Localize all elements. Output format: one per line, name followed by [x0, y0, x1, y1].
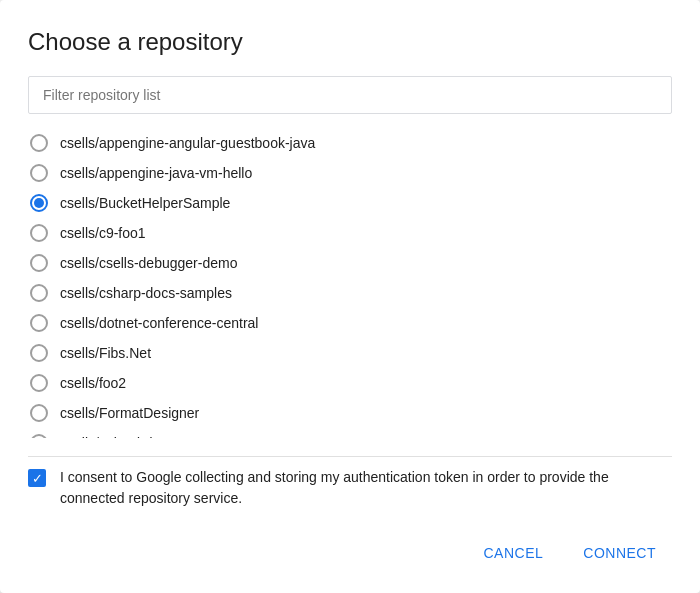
repository-list: csells/appengine-angular-guestbook-javac…	[28, 128, 672, 438]
list-item[interactable]: csells/FormatDesigner	[28, 398, 672, 428]
list-item[interactable]: csells/csells-debugger-demo	[28, 248, 672, 278]
consent-text: I consent to Google collecting and stori…	[60, 467, 672, 509]
radio-button	[30, 404, 48, 422]
repo-name-label: csells/Fibs.Net	[60, 345, 151, 361]
checkmark-icon: ✓	[32, 472, 43, 485]
list-item[interactable]: csells/dotnet-conference-central	[28, 308, 672, 338]
list-item[interactable]: csells/appengine-angular-guestbook-java	[28, 128, 672, 158]
list-item[interactable]: csells/csharp-docs-samples	[28, 278, 672, 308]
list-item[interactable]: csells/appengine-java-vm-hello	[28, 158, 672, 188]
repo-name-label: csells/c9-foo1	[60, 225, 146, 241]
repo-name-label: csells/appengine-angular-guestbook-java	[60, 135, 315, 151]
list-item[interactable]: csells/Fibs.Net	[28, 338, 672, 368]
checkbox-checked-icon: ✓	[28, 469, 46, 487]
filter-input[interactable]	[28, 76, 672, 114]
repo-name-label: csells/csharp-docs-samples	[60, 285, 232, 301]
radio-button	[30, 254, 48, 272]
radio-button	[30, 224, 48, 242]
repo-name-label: csells/FormatDesigner	[60, 405, 199, 421]
radio-button	[30, 314, 48, 332]
repo-name-label: csells/foo2	[60, 375, 126, 391]
radio-button	[30, 134, 48, 152]
list-item[interactable]: csells/foo2	[28, 368, 672, 398]
repo-name-label: csells/gcloud-dotnet	[60, 435, 184, 438]
radio-button	[30, 164, 48, 182]
repo-name-label: csells/csells-debugger-demo	[60, 255, 237, 271]
cancel-button[interactable]: CANCEL	[467, 537, 559, 569]
dialog-title: Choose a repository	[28, 28, 672, 56]
repo-name-label: csells/appengine-java-vm-hello	[60, 165, 252, 181]
list-item[interactable]: csells/c9-foo1	[28, 218, 672, 248]
list-item[interactable]: csells/BucketHelperSample	[28, 188, 672, 218]
list-item[interactable]: csells/gcloud-dotnet	[28, 428, 672, 438]
radio-button	[30, 374, 48, 392]
radio-button	[30, 344, 48, 362]
connect-button[interactable]: CONNECT	[567, 537, 672, 569]
radio-button	[30, 194, 48, 212]
dialog-actions: CANCEL CONNECT	[28, 529, 672, 569]
consent-section: ✓ I consent to Google collecting and sto…	[28, 456, 672, 529]
consent-checkbox[interactable]: ✓	[28, 469, 48, 489]
choose-repository-dialog: Choose a repository csells/appengine-ang…	[0, 0, 700, 593]
repo-name-label: csells/dotnet-conference-central	[60, 315, 258, 331]
radio-button	[30, 284, 48, 302]
radio-button	[30, 434, 48, 438]
repo-name-label: csells/BucketHelperSample	[60, 195, 230, 211]
